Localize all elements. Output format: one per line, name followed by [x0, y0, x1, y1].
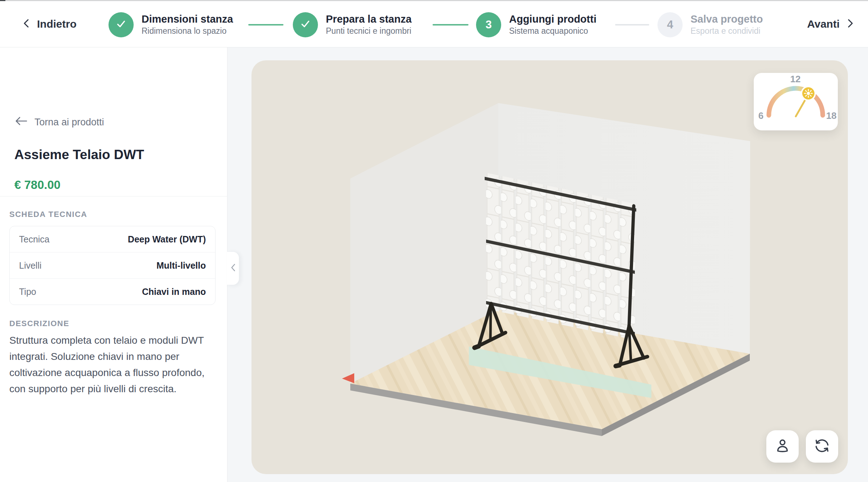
product-detail-sidebar: Torna ai prodotti Assieme Telaio DWT € 7…: [0, 47, 227, 482]
step-4-number: 4: [667, 18, 673, 31]
spec-row-livelli: Livelli Multi-livello: [10, 252, 215, 279]
gauge-needle: [796, 98, 806, 116]
spec-row-tecnica: Tecnica Deep Water (DWT): [10, 226, 215, 252]
spec-value: Deep Water (DWT): [128, 234, 206, 245]
step-3-title: Aggiungi prodotti: [509, 13, 596, 26]
product-title: Assieme Telaio DWT: [14, 147, 144, 162]
step-2-title: Prepara la stanza: [326, 13, 412, 26]
step-salva-progetto[interactable]: 4 Salva progetto Esporta e condividi: [657, 12, 763, 37]
check-icon: [299, 18, 311, 32]
step-2-circle: [293, 12, 318, 37]
sidebar-collapse-handle[interactable]: [227, 251, 239, 285]
gauge-tick-12: 12: [790, 74, 801, 84]
floor-origin-marker: [342, 373, 354, 383]
stepper-header: Indietro Dimensioni stanza Ridimensiona …: [0, 1, 868, 47]
step-dimensioni-stanza[interactable]: Dimensioni stanza Ridimensiona lo spazio: [108, 12, 233, 37]
arrow-left-icon: [15, 116, 27, 128]
next-button-label: Avanti: [807, 18, 840, 30]
sun-icon: [801, 86, 816, 101]
sidebar-divider: [0, 196, 227, 196]
step-2-subtitle: Punti tecnici e ingombri: [326, 26, 412, 37]
gauge-tick-6: 6: [758, 110, 763, 121]
spec-label: Tipo: [19, 287, 36, 297]
spec-label: Livelli: [19, 260, 42, 271]
step-1-title: Dimensioni stanza: [142, 13, 233, 26]
chevron-right-icon: [846, 18, 854, 30]
next-button[interactable]: Avanti: [807, 1, 854, 47]
person-view-button[interactable]: [766, 430, 799, 463]
aquaponics-configurator: Indietro Dimensioni stanza Ridimensiona …: [0, 0, 868, 482]
spec-value: Chiavi in mano: [142, 287, 206, 297]
step-prepara-la-stanza[interactable]: Prepara la stanza Punti tecnici e ingomb…: [293, 12, 412, 37]
back-button[interactable]: Indietro: [22, 1, 77, 47]
step-connector-1: [248, 24, 283, 26]
chevron-left-icon: [22, 18, 31, 30]
step-1-subtitle: Ridimensiona lo spazio: [142, 26, 233, 37]
spec-table: Tecnica Deep Water (DWT) Livelli Multi-l…: [9, 226, 216, 305]
step-1-circle: [108, 12, 134, 37]
chevron-left-icon: [230, 263, 237, 274]
back-button-label: Indietro: [37, 18, 77, 30]
back-to-products-link[interactable]: Torna ai prodotti: [15, 116, 104, 128]
product-price: € 780.00: [14, 178, 60, 192]
specs-section-title: SCHEDA TECNICA: [9, 210, 87, 219]
room-3d-viewport[interactable]: 6 12 18: [251, 60, 848, 474]
step-connector-3: [615, 24, 649, 26]
gauge-tick-18: 18: [826, 110, 837, 121]
step-3-subtitle: Sistema acquaponico: [509, 26, 596, 37]
refresh-icon: [814, 437, 830, 455]
spec-row-tipo: Tipo Chiavi in mano: [10, 279, 215, 305]
step-aggiungi-prodotti[interactable]: 3 Aggiungi prodotti Sistema acquaponico: [476, 12, 596, 37]
spec-label: Tecnica: [19, 234, 50, 245]
spec-value: Multi-livello: [157, 260, 206, 271]
back-to-products-label: Torna ai prodotti: [34, 117, 104, 128]
check-icon: [115, 18, 127, 32]
reset-view-button[interactable]: [806, 430, 838, 463]
step-3-circle: 3: [476, 12, 501, 37]
step-4-circle: 4: [657, 12, 683, 37]
step-3-number: 3: [485, 18, 491, 31]
sunlight-gauge[interactable]: 6 12 18: [754, 73, 838, 130]
person-icon: [774, 437, 791, 455]
step-connector-2: [433, 24, 468, 26]
product-description: Struttura completa con telaio e moduli D…: [9, 332, 206, 397]
description-section-title: DESCRIZIONE: [9, 319, 69, 328]
step-4-title: Salva progetto: [691, 13, 763, 26]
step-4-subtitle: Esporta e condividi: [691, 26, 763, 37]
